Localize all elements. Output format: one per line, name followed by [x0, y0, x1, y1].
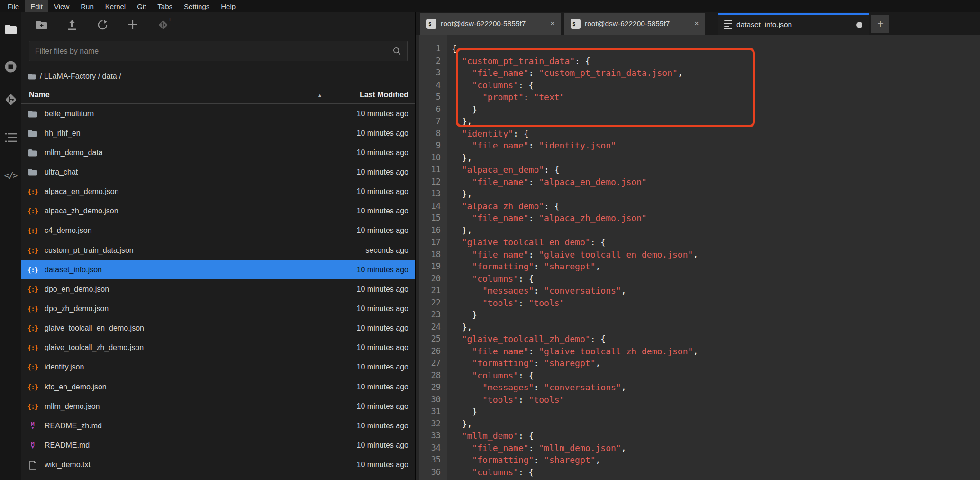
file-row[interactable]: wiki_demo.txt 10 minutes ago [21, 455, 415, 475]
file-row[interactable]: {:} alpaca_zh_demo.json 10 minutes ago [21, 202, 415, 221]
file-name: mllm_demo_data [45, 148, 330, 157]
file-row[interactable]: {:} dataset_info.json 10 minutes ago [21, 260, 415, 279]
code-line: "alpaca_en_demo": { [452, 164, 980, 176]
unsaved-dot-icon[interactable] [856, 22, 862, 28]
code-line: { [452, 43, 980, 55]
text-editor-icon [724, 20, 732, 29]
file-name: dpo_zh_demo.json [45, 305, 330, 313]
close-tab-icon[interactable]: × [547, 19, 555, 28]
file-last-modified: 10 minutes ago [330, 285, 415, 294]
extensions-icon[interactable]: </> [0, 167, 21, 184]
json-icon: {:} [27, 286, 38, 293]
line-number: 15 [419, 212, 447, 224]
new-tab-button[interactable]: + [871, 15, 889, 33]
file-last-modified: 10 minutes ago [330, 343, 415, 352]
file-name: README.md [45, 441, 330, 450]
menu-item-tabs[interactable]: Tabs [152, 0, 178, 12]
breadcrumb-folder-icon [28, 73, 36, 80]
menu-item-run[interactable]: Run [75, 0, 100, 12]
sort-ascending-icon: ▲ [318, 92, 335, 98]
table-of-contents-icon[interactable] [0, 129, 21, 146]
file-name: dataset_info.json [45, 266, 330, 274]
menu-item-kernel[interactable]: Kernel [100, 0, 131, 12]
file-name: ultra_chat [45, 168, 330, 176]
editor-left-margin [416, 35, 419, 480]
column-header-name[interactable]: Name [21, 91, 50, 99]
json-editor[interactable]: 1234567891011121314151617181920212223242… [416, 35, 980, 480]
new-launcher-icon[interactable] [127, 18, 139, 31]
file-row[interactable]: {:} dpo_zh_demo.json 10 minutes ago [21, 299, 415, 318]
column-header-last-modified[interactable]: Last Modified [335, 86, 415, 103]
file-last-modified: 10 minutes ago [330, 207, 415, 215]
line-number: 32 [419, 418, 447, 430]
editor-tab-active[interactable]: dataset_info.json [718, 13, 869, 35]
line-number: 33 [419, 430, 447, 442]
close-tab-icon[interactable]: × [691, 19, 699, 28]
new-folder-icon[interactable] [36, 18, 48, 31]
file-name: c4_demo.json [45, 226, 330, 235]
terminal-tab[interactable]: $_root@dsw-622200-5855f7× [564, 13, 705, 35]
file-row[interactable]: {:} mllm_demo.json 10 minutes ago [21, 397, 415, 416]
menu-item-settings[interactable]: Settings [178, 0, 215, 12]
file-row[interactable]: {:} custom_pt_train_data.json seconds ag… [21, 240, 415, 260]
file-browser-icon[interactable] [0, 21, 21, 37]
running-kernels-icon[interactable] [0, 58, 21, 74]
menu-item-help[interactable]: Help [215, 0, 241, 12]
menu-item-git[interactable]: Git [131, 0, 152, 12]
line-number-gutter: 1234567891011121314151617181920212223242… [419, 35, 447, 480]
code-line: "custom_pt_train_data": { [452, 55, 980, 67]
file-row[interactable]: ultra_chat 10 minutes ago [21, 162, 415, 182]
file-row[interactable]: {:} identity.json 10 minutes ago [21, 358, 415, 377]
file-name: glaive_toolcall_en_demo.json [45, 324, 330, 332]
upload-icon[interactable] [66, 18, 78, 31]
line-number: 29 [419, 381, 447, 394]
breadcrumb[interactable]: / LLaMA-Factory / data / [21, 69, 415, 84]
folder-icon [27, 168, 38, 176]
file-name: dpo_en_demo.json [45, 285, 330, 294]
menu-item-edit[interactable]: Edit [25, 0, 48, 12]
line-number: 28 [419, 369, 447, 382]
breadcrumb-path: / LLaMA-Factory / data / [40, 72, 121, 81]
file-row[interactable]: {:} kto_en_demo.json 10 minutes ago [21, 377, 415, 397]
line-number: 5 [419, 91, 447, 103]
file-row[interactable]: hh_rlhf_en 10 minutes ago [21, 123, 415, 143]
code-area: { "custom_pt_train_data": { "file_name":… [447, 35, 980, 480]
file-last-modified: 10 minutes ago [330, 226, 415, 235]
terminal-tab[interactable]: $_root@dsw-622200-5855f7× [420, 13, 561, 35]
file-row[interactable]: {:} glaive_toolcall_en_demo.json 10 minu… [21, 319, 415, 338]
file-row[interactable]: {:} c4_demo.json 10 minutes ago [21, 221, 415, 240]
code-line: }, [452, 188, 980, 200]
json-icon: {:} [27, 383, 38, 391]
git-icon[interactable] [0, 92, 21, 108]
code-line: }, [452, 418, 980, 430]
file-last-modified: 10 minutes ago [330, 168, 415, 176]
json-icon: {:} [27, 227, 38, 234]
json-icon: {:} [27, 305, 38, 313]
file-name: custom_pt_train_data.json [45, 246, 330, 255]
refresh-icon[interactable] [96, 18, 109, 31]
file-row[interactable]: {:} dpo_en_demo.json 10 minutes ago [21, 279, 415, 299]
file-row[interactable]: M▼ README_zh.md 10 minutes ago [21, 416, 415, 435]
file-name: alpaca_en_demo.json [45, 187, 330, 196]
line-number: 20 [419, 273, 447, 285]
filter-files-input[interactable] [35, 47, 392, 55]
code-line: "columns": { [452, 466, 980, 479]
json-icon: {:} [27, 247, 38, 254]
json-icon: {:} [27, 403, 38, 410]
git-clone-icon[interactable]: + [157, 18, 169, 31]
line-number: 36 [419, 466, 447, 479]
code-line: "messages": "conversations", [452, 285, 980, 297]
line-number: 2 [419, 55, 447, 67]
code-line: } [452, 406, 980, 418]
file-row[interactable]: {:} alpaca_en_demo.json 10 minutes ago [21, 182, 415, 202]
file-row[interactable]: {:} glaive_toolcall_zh_demo.json 10 minu… [21, 338, 415, 358]
menu-item-view[interactable]: View [48, 0, 75, 12]
file-row[interactable]: mllm_demo_data 10 minutes ago [21, 143, 415, 162]
menu-item-file[interactable]: File [2, 0, 25, 12]
file-row[interactable]: M▼ README.md 10 minutes ago [21, 435, 415, 455]
code-line: "file_name": "custom_pt_train_data.json"… [452, 67, 980, 79]
file-row[interactable]: belle_multiturn 10 minutes ago [21, 104, 415, 123]
tab-label: root@dsw-622200-5855f7 [441, 19, 526, 28]
line-number: 31 [419, 406, 447, 418]
code-line: "columns": { [452, 273, 980, 285]
